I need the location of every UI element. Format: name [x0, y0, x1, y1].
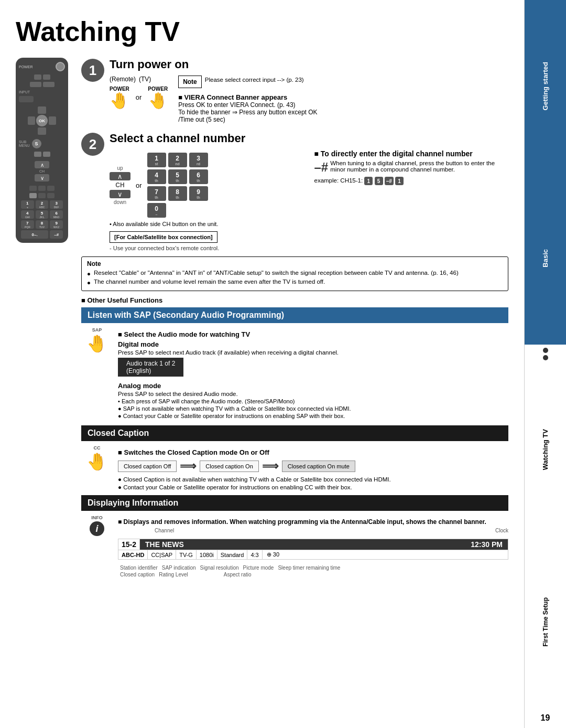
ch-num-3[interactable]: 3rd — [189, 153, 208, 167]
right-sidebar: Getting started Basic Watching TV First … — [524, 0, 566, 728]
remote-btn[interactable] — [30, 82, 41, 87]
dpad-down[interactable] — [38, 127, 46, 135]
format-button[interactable] — [29, 186, 37, 191]
analog-bullet3: ● Contact your Cable or Satellite operat… — [118, 413, 508, 419]
aspect-ratio: 4:3 — [247, 550, 262, 559]
num-5[interactable]: 5JKL — [36, 210, 49, 219]
color-button-r[interactable] — [47, 193, 55, 198]
step1-title: Turn power on — [110, 58, 508, 71]
note-text-1: Reselect "Cable" or "Antenna" in "ANT in… — [94, 270, 459, 276]
num-3[interactable]: 3DEF — [50, 200, 63, 209]
label-aspect-2: Aspect ratio — [222, 572, 254, 577]
label-signal: Signal resolution — [198, 565, 241, 571]
cable-satellite-text: - Use your connected box's remote contro… — [110, 245, 304, 251]
note-text: Please select correct input --> (p. 23) — [205, 77, 304, 83]
digital-channel-title: ■ To directly enter the digital channel … — [314, 149, 509, 158]
sidebar-getting-started: Getting started — [525, 0, 566, 173]
page-title: Watching TV — [16, 16, 508, 47]
sidebar-first-time: First Time Setup — [525, 536, 566, 709]
ch-num-6[interactable]: 6th — [189, 169, 208, 184]
power-text-2: POWER — [148, 86, 168, 92]
ch-num-8[interactable]: 8th — [168, 186, 187, 201]
num-9[interactable]: 9WXZ — [50, 220, 63, 229]
num-6[interactable]: 6MNO — [50, 210, 63, 219]
banner-bottom-row: ABC-HD CC|SAP TV-G 1080i Standard 4:3 ⊕ … — [118, 550, 508, 559]
num-0[interactable]: 0–. — [21, 230, 48, 239]
key-5: 5 — [375, 177, 383, 185]
viera-line1: Press OK to enter VIERA Connect. (p. 43) — [178, 101, 508, 109]
label-picture: Picture mode — [241, 565, 276, 571]
label-station: Station identifier — [118, 565, 160, 571]
or-text-2: or — [136, 181, 142, 189]
analog-mode-title: Analog mode — [118, 382, 508, 390]
ch-num-9[interactable]: 9th — [189, 186, 208, 201]
num-2[interactable]: 2ABC — [36, 200, 49, 209]
num-8[interactable]: 8TUV — [36, 220, 49, 229]
ch-label-remote: CH — [39, 169, 45, 173]
ch-down-selector[interactable]: ∨ — [110, 190, 130, 198]
favorite-button[interactable] — [47, 186, 55, 191]
channel-name: THE NEWS — [140, 539, 465, 550]
dpad-right[interactable] — [49, 116, 56, 125]
key-hash: –# — [385, 177, 394, 185]
note-text-2: The channel number and volume level rema… — [94, 279, 325, 285]
example-text: example: CH15-1: 1 5 –# 1 — [314, 177, 509, 185]
sap-subsection-title: ■ Select the Audio mode for watching TV — [118, 330, 508, 338]
viera-title: ■ VIERA Connect Banner appears — [178, 93, 508, 101]
cc-state-on: Closed caption On — [200, 461, 259, 472]
ch-num-2[interactable]: 2nd — [168, 153, 187, 167]
hand-remote-icon: 🤚 — [110, 93, 129, 109]
step1-number: 1 — [81, 59, 104, 82]
note-item-1: ● Reselect "Cable" or "Antenna" in "ANT … — [87, 270, 503, 277]
num-4[interactable]: 4GHI — [21, 210, 34, 219]
y-button[interactable] — [43, 152, 50, 157]
banner-labels-2: Closed caption Rating Level Aspect ratio — [118, 572, 508, 577]
remote-btn[interactable] — [43, 82, 55, 87]
banner-top-row: 15-2 THE NEWS 12:30 PM — [118, 539, 508, 550]
ch-up-selector[interactable]: ∧ — [110, 172, 130, 180]
down-label: down — [114, 199, 126, 205]
cc-content: CC 🤚 ■ Switches the Closed Caption mode … — [81, 445, 508, 492]
cc-flow: Closed caption Off ⟹ Closed caption On ⟹… — [118, 459, 508, 473]
remote-sap-button[interactable] — [43, 74, 50, 80]
ch-selector-label: CH — [115, 181, 124, 189]
num-7[interactable]: 7PQR — [21, 220, 34, 229]
ch-num-1[interactable]: 1st — [147, 153, 166, 167]
ch-num-4[interactable]: 4th — [147, 169, 166, 184]
input-button[interactable] — [19, 96, 34, 102]
cable-satellite-box: [For Cable/Satellite box connection] — [110, 231, 217, 243]
color-button-eb[interactable] — [29, 193, 37, 198]
viera-line3: /Time out (5 sec) — [178, 116, 508, 123]
cc-label: CC — [94, 445, 101, 451]
remote-cc-button[interactable] — [34, 74, 41, 80]
info-button[interactable] — [38, 186, 46, 191]
analog-bullet1: • Each press of SAP will change the Audi… — [118, 398, 508, 404]
remote-power-button[interactable] — [56, 62, 65, 71]
ch-up-button[interactable]: ∧ — [35, 161, 49, 168]
also-available: • Also available side CH button on the u… — [110, 221, 304, 227]
page-number: 19 — [525, 708, 566, 728]
ch-num-5[interactable]: 5th — [168, 169, 187, 184]
dpad-ok[interactable]: OK — [36, 115, 48, 126]
banner-labels: Station identifier SAP indication Signal… — [118, 565, 508, 571]
cc-note-2-text: ● Contact your Cable or Satellite operat… — [118, 484, 352, 490]
dpad-up[interactable] — [38, 106, 46, 114]
g-button[interactable] — [34, 152, 41, 157]
num-1[interactable]: 1● — [21, 200, 34, 209]
hand-sap-icon: 🤚 — [86, 334, 107, 354]
submenu-button[interactable]: S — [32, 139, 41, 148]
cc-note-2: ● Contact your Cable or Satellite operat… — [118, 484, 508, 490]
num-hash[interactable]: –# — [50, 230, 63, 239]
first-time-label: First Time Setup — [525, 592, 566, 652]
picture-mode: Standard — [217, 550, 248, 559]
label-cc-2: Closed caption — [118, 572, 157, 577]
ch-down-button[interactable]: ∨ — [35, 174, 49, 181]
tv-label: (TV) — [139, 76, 151, 83]
getting-started-label: Getting started — [525, 57, 566, 115]
note-box: Note — [178, 76, 202, 88]
channel-numpad: 1st 2nd 3rd 4th 5th 6th 7th 8th 9th — [147, 153, 208, 218]
ch-num-7[interactable]: 7th — [147, 186, 166, 201]
ch-num-0[interactable]: 0– — [147, 203, 166, 218]
dpad-left[interactable] — [28, 116, 35, 125]
color-button-f[interactable] — [38, 193, 46, 198]
